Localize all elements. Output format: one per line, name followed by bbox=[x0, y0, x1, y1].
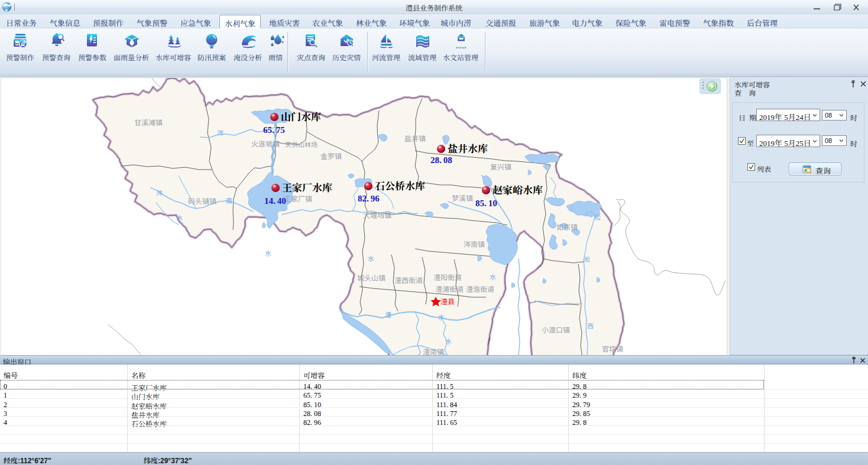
svg-text:85. 10: 85. 10 bbox=[475, 199, 497, 208]
svg-text:西: 西 bbox=[587, 323, 594, 330]
svg-text:如东镇: 如东镇 bbox=[556, 223, 578, 232]
svg-text:水: 水 bbox=[368, 255, 374, 262]
svg-text:澧: 澧 bbox=[385, 311, 391, 318]
svg-text:甘溪滩镇: 甘溪滩镇 bbox=[134, 119, 163, 127]
svg-text:14. 40: 14. 40 bbox=[264, 196, 286, 206]
svg-text:梦溪镇: 梦溪镇 bbox=[452, 194, 473, 203]
svg-text:王家厂镇: 王家厂镇 bbox=[284, 195, 312, 203]
svg-text:火连坡镇: 火连坡镇 bbox=[251, 140, 280, 148]
svg-text:水: 水 bbox=[490, 274, 496, 281]
svg-text:码头铺镇: 码头铺镇 bbox=[188, 197, 216, 206]
svg-text:天供山林场: 天供山林场 bbox=[285, 141, 318, 148]
svg-text:水: 水 bbox=[176, 214, 183, 222]
svg-text:复兴镇: 复兴镇 bbox=[490, 163, 511, 171]
svg-text:65. 75: 65. 75 bbox=[263, 125, 285, 135]
svg-text:小渡口镇: 小渡口镇 bbox=[542, 326, 570, 334]
svg-text:澧南镇: 澧南镇 bbox=[423, 348, 444, 355]
svg-text:淞: 淞 bbox=[584, 256, 590, 263]
svg-text:山门水库: 山门水库 bbox=[281, 112, 321, 123]
svg-text:澧西街道: 澧西街道 bbox=[394, 277, 423, 285]
svg-text:澧浦街道: 澧浦街道 bbox=[435, 285, 464, 294]
svg-text:水: 水 bbox=[265, 250, 271, 257]
svg-text:涔: 涔 bbox=[156, 190, 163, 197]
svg-text:82. 96: 82. 96 bbox=[358, 194, 380, 203]
svg-text:官垸镇: 官垸镇 bbox=[602, 345, 623, 353]
svg-text:金罗镇: 金罗镇 bbox=[320, 152, 342, 161]
svg-text:盐井水库: 盐井水库 bbox=[448, 144, 488, 155]
svg-text:水: 水 bbox=[438, 314, 445, 321]
svg-text:澧澹街道: 澧澹街道 bbox=[466, 285, 494, 294]
svg-text:赵家峪水库: 赵家峪水库 bbox=[493, 185, 543, 196]
svg-text:涔南镇: 涔南镇 bbox=[464, 240, 485, 249]
svg-text:大堰垱镇: 大堰垱镇 bbox=[363, 212, 391, 220]
svg-text:水: 水 bbox=[445, 338, 452, 345]
svg-text:南: 南 bbox=[226, 197, 232, 204]
svg-text:澧县: 澧县 bbox=[441, 298, 455, 306]
svg-text:28. 08: 28. 08 bbox=[430, 155, 452, 165]
svg-text:城头山镇: 城头山镇 bbox=[357, 274, 386, 282]
svg-text:王家厂水库: 王家厂水库 bbox=[282, 183, 332, 194]
svg-text:涔: 涔 bbox=[217, 129, 224, 136]
svg-text:石公桥水库: 石公桥水库 bbox=[375, 181, 425, 192]
svg-text:松: 松 bbox=[594, 214, 601, 221]
svg-text:澧阳街道: 澧阳街道 bbox=[433, 274, 462, 282]
svg-text:盐井镇: 盐井镇 bbox=[404, 135, 426, 143]
